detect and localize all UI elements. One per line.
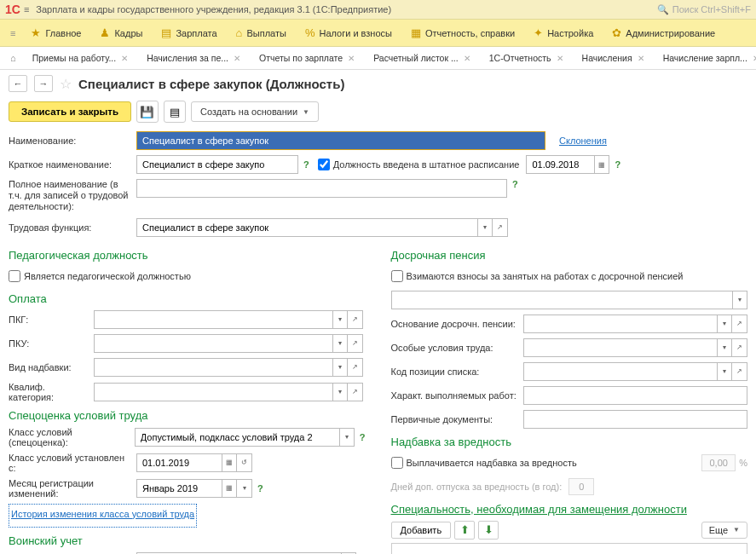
speciality-toolbar: Добавить ⬆ ⬇ Еще▼ — [391, 521, 748, 540]
speciality-list[interactable] — [391, 543, 748, 554]
help-icon[interactable]: ? — [303, 159, 309, 170]
favorite-icon[interactable]: ☆ — [60, 76, 72, 92]
add-button[interactable]: Добавить — [391, 522, 452, 539]
history-link[interactable]: История изменения класса условий труда — [11, 509, 194, 519]
open-icon[interactable]: ↗ — [732, 315, 747, 333]
tab-salary-accrual[interactable]: Начисление зарпл...✕ — [654, 47, 756, 69]
close-icon[interactable]: ✕ — [753, 54, 756, 63]
in-staff-checkbox[interactable] — [318, 159, 330, 170]
help-icon[interactable]: ? — [615, 159, 620, 170]
history-icon[interactable]: ↺ — [237, 453, 252, 472]
close-icon[interactable]: ✕ — [464, 54, 470, 63]
pos-code-input[interactable] — [523, 362, 718, 381]
section-pedagogical: Педагогическая должность — [9, 249, 366, 262]
chevron-down-icon[interactable]: ▾ — [717, 362, 732, 381]
tab-salary-reports[interactable]: Отчеты по зарплате✕ — [250, 47, 364, 69]
tab-home-icon[interactable]: ⌂ — [3, 48, 23, 68]
chevron-down-icon[interactable]: ▾ — [332, 383, 348, 401]
calendar-icon[interactable]: ▦ — [222, 453, 237, 472]
chevron-down-icon[interactable]: ▾ — [339, 428, 355, 447]
chevron-down-icon[interactable]: ▾ — [332, 310, 348, 329]
open-icon[interactable]: ↗ — [348, 358, 363, 377]
open-icon[interactable]: ↗ — [348, 334, 363, 353]
reports-icon: ▦ — [411, 26, 421, 39]
move-up-button[interactable]: ⬆ — [454, 521, 475, 540]
window-title: Зарплата и кадры государственного учрежд… — [36, 4, 656, 14]
close-icon[interactable]: ✕ — [348, 54, 355, 63]
row-name: Наименование: Склонения — [9, 131, 747, 150]
list-button[interactable]: ▤ — [164, 101, 186, 123]
chevron-down-icon[interactable]: ▾ — [332, 358, 348, 377]
tab-payslip[interactable]: Расчетный листок ...✕ — [364, 47, 480, 69]
calendar-icon[interactable]: ▦ — [594, 155, 609, 174]
chevron-down-icon[interactable]: ▾ — [717, 315, 732, 333]
chevron-down-icon[interactable]: ▾ — [237, 479, 252, 498]
global-search[interactable]: 🔍 Поиск Ctrl+Shift+F — [657, 4, 751, 15]
labor-func-input[interactable] — [136, 218, 477, 237]
section-assessment: Спецоценка условий труда — [9, 409, 366, 422]
name-input[interactable] — [136, 131, 545, 150]
full-name-input[interactable] — [136, 179, 507, 198]
close-icon[interactable]: ✕ — [234, 54, 240, 63]
close-icon[interactable]: ✕ — [121, 54, 128, 63]
menu-settings[interactable]: ✦Настройка — [525, 23, 602, 43]
nav-back-button[interactable]: ← — [9, 75, 27, 92]
close-icon[interactable]: ✕ — [557, 54, 563, 63]
save-button[interactable]: 💾 — [136, 101, 159, 123]
declensions-link[interactable]: Склонения — [559, 136, 607, 146]
work-char-input[interactable] — [523, 386, 748, 405]
early-pension-checkbox[interactable] — [391, 270, 403, 282]
menu-taxes[interactable]: %Налоги и взносы — [297, 23, 401, 43]
chevron-down-icon[interactable]: ▾ — [477, 218, 493, 237]
menu-admin[interactable]: ✿Администрирование — [603, 23, 724, 43]
section-speciality[interactable]: Специальность, необходимая для замещения… — [391, 503, 748, 516]
class-from-input[interactable] — [136, 453, 222, 472]
tab-hires[interactable]: Приемы на работу...✕ — [23, 47, 138, 69]
primary-docs-input[interactable] — [523, 410, 748, 429]
pension-select[interactable] — [391, 291, 733, 309]
pedagogical-checkbox[interactable] — [9, 270, 20, 282]
menu-toggle-icon[interactable]: ≡ — [5, 25, 20, 42]
month-reg-input[interactable] — [136, 479, 222, 498]
harm-checkbox[interactable] — [391, 457, 403, 469]
special-cond-input[interactable] — [523, 338, 718, 357]
pkg-input[interactable] — [94, 310, 332, 329]
in-staff-date-input[interactable] — [526, 155, 594, 174]
burger-icon[interactable]: ≡ — [24, 4, 29, 14]
nav-forward-button[interactable]: → — [34, 75, 53, 92]
menu-payments[interactable]: ⌂Выплаты — [228, 23, 295, 43]
basis-input[interactable] — [523, 315, 718, 333]
save-close-button[interactable]: Записать и закрыть — [9, 101, 131, 122]
open-icon[interactable]: ↗ — [732, 338, 747, 357]
short-name-input[interactable] — [136, 155, 298, 174]
chevron-down-icon[interactable]: ▾ — [332, 334, 348, 353]
move-down-button[interactable]: ⬇ — [478, 521, 499, 540]
open-icon[interactable]: ↗ — [348, 383, 363, 401]
menu-personnel[interactable]: ♟Кадры — [91, 23, 151, 43]
open-icon[interactable]: ↗ — [732, 362, 747, 381]
chevron-down-icon[interactable]: ▾ — [732, 291, 747, 309]
menu-reports[interactable]: ▦Отчетность, справки — [402, 23, 523, 43]
tab-1c-reporting[interactable]: 1С-Отчетность✕ — [480, 47, 573, 69]
open-icon[interactable]: ↗ — [493, 218, 508, 237]
tab-accruals-period[interactable]: Начисления за пе...✕ — [137, 47, 250, 69]
help-icon[interactable]: ? — [257, 483, 263, 493]
qualif-input[interactable] — [94, 383, 332, 401]
help-icon[interactable]: ? — [360, 432, 366, 442]
menu-main[interactable]: ★Главное — [22, 23, 89, 43]
help-icon[interactable]: ? — [512, 179, 518, 189]
more-button[interactable]: Еще▼ — [701, 522, 747, 539]
create-based-button[interactable]: Создать на основании ▼ — [191, 101, 319, 122]
pku-input[interactable] — [94, 334, 332, 353]
open-icon[interactable]: ↗ — [348, 310, 363, 329]
gear-icon: ✿ — [612, 26, 621, 39]
calendar-icon[interactable]: ▦ — [222, 479, 237, 498]
short-name-label: Краткое наименование: — [9, 159, 136, 170]
allowance-input[interactable] — [94, 358, 332, 377]
class-input[interactable] — [135, 428, 339, 447]
menu-salary[interactable]: ▤Зарплата — [153, 23, 225, 43]
chevron-down-icon[interactable]: ▾ — [717, 338, 732, 357]
month-reg-label: Месяц регистрации изменений: — [9, 478, 136, 499]
tab-accruals[interactable]: Начисления✕ — [573, 47, 654, 69]
close-icon[interactable]: ✕ — [638, 54, 644, 63]
